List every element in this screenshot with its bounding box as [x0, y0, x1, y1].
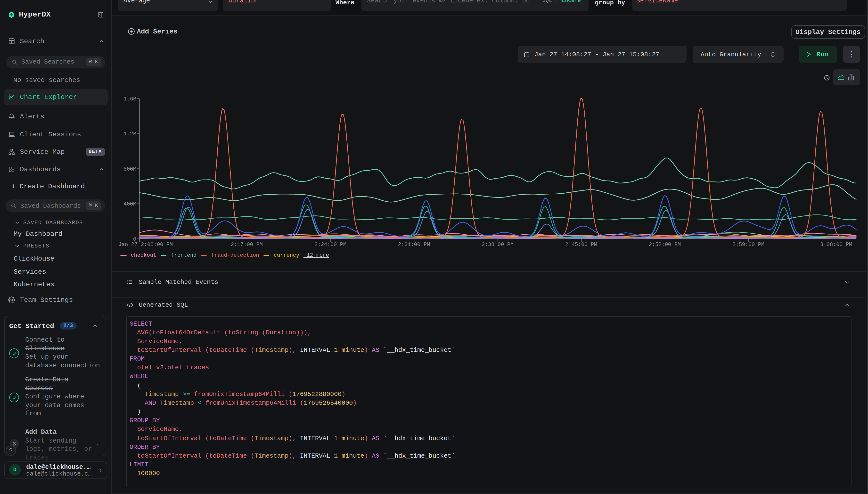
svg-text:1.6B: 1.6B: [123, 96, 136, 102]
svg-text:1.2B: 1.2B: [123, 131, 136, 137]
svg-text:3:08:00 PM: 3:08:00 PM: [820, 242, 852, 248]
svg-text:2:31:00 PM: 2:31:00 PM: [398, 242, 430, 248]
svg-text:2:45:00 PM: 2:45:00 PM: [565, 242, 597, 248]
svg-text:Jan 27 2:08:00 PM: Jan 27 2:08:00 PM: [118, 242, 173, 248]
svg-text:2:17:00 PM: 2:17:00 PM: [231, 242, 263, 248]
svg-text:2:52:00 PM: 2:52:00 PM: [649, 242, 681, 248]
svg-text:400M: 400M: [123, 201, 136, 207]
svg-text:2:24:00 PM: 2:24:00 PM: [314, 242, 346, 248]
svg-text:2:38:00 PM: 2:38:00 PM: [482, 242, 514, 248]
svg-text:2:59:00 PM: 2:59:00 PM: [732, 242, 765, 248]
svg-text:800M: 800M: [123, 166, 136, 172]
